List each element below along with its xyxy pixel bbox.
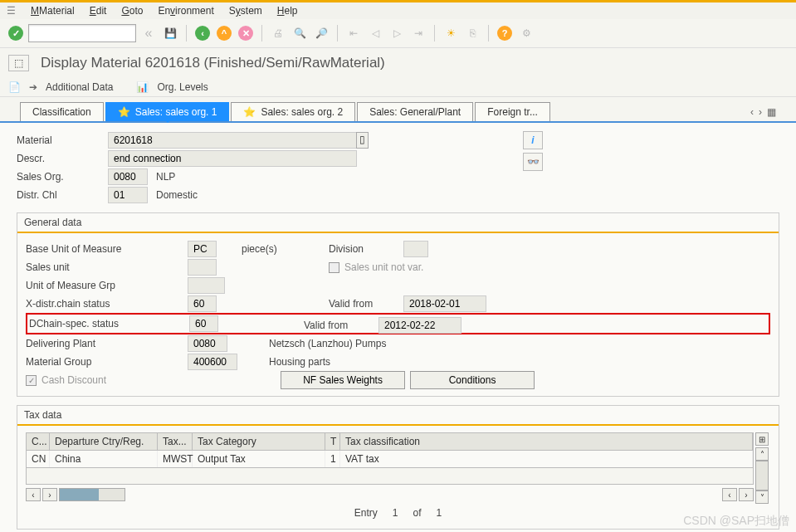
menu-bar: ☰ MMaterial Edit Goto Environment System… — [0, 0, 796, 19]
prev-page-icon[interactable]: ◁ — [366, 24, 384, 42]
distrchl-field[interactable] — [108, 187, 148, 203]
enter-button[interactable]: ✓ — [7, 24, 25, 42]
tax-table-empty-row — [26, 468, 754, 485]
menu-app-icon: ☰ — [7, 5, 16, 17]
find-icon[interactable]: 🔍 — [291, 24, 309, 42]
cancel-button[interactable]: ✕ — [237, 24, 255, 42]
td-tax: MWST — [158, 451, 193, 467]
salesorg-label: Sales Org. — [17, 171, 108, 183]
menu-goto[interactable]: Goto — [121, 5, 143, 17]
menu-system[interactable]: System — [229, 5, 262, 17]
descr-field[interactable] — [108, 150, 357, 167]
td-taxclass: VAT tax — [340, 451, 753, 467]
cash-discount-checkbox[interactable]: ✓ — [26, 375, 37, 386]
delplant-field[interactable] — [188, 335, 227, 352]
glasses-icon[interactable]: 👓 — [523, 153, 543, 171]
th-t: T — [325, 433, 340, 450]
new-session-icon[interactable]: ☀ — [442, 24, 460, 42]
entry-of: of — [413, 507, 422, 519]
conditions-button[interactable]: Conditions — [410, 371, 535, 389]
valid1-field[interactable] — [403, 295, 486, 312]
buom-field[interactable] — [188, 241, 217, 257]
save-icon[interactable]: 💾 — [161, 24, 179, 42]
app-toolbar: 📄 ➔ Additional Data 📊 Org. Levels — [0, 78, 796, 97]
descr-label: Descr. — [17, 153, 108, 164]
delplant-text: Netzsch (Lanzhou) Pumps — [269, 338, 386, 349]
suv-checkbox[interactable] — [329, 262, 339, 273]
valid1-label: Valid from — [329, 298, 403, 310]
entry-label: Entry — [354, 507, 378, 519]
tab-next-icon[interactable]: › — [759, 106, 762, 118]
general-data-title: General data — [17, 213, 779, 233]
material-label: Material — [17, 134, 108, 146]
find-next-icon[interactable]: 🔎 — [312, 24, 330, 42]
menu-edit[interactable]: Edit — [90, 5, 107, 17]
info-icon[interactable]: i — [523, 131, 543, 149]
vscroll-down-icon[interactable]: ˅ — [755, 491, 769, 504]
dchain-label: DChain-spec. status — [27, 318, 189, 329]
tab-classification[interactable]: Classification — [20, 102, 104, 121]
hscroll2-left-icon[interactable]: ‹ — [722, 488, 737, 501]
material-f4-icon[interactable]: ▯ — [356, 132, 369, 149]
hscroll-right-icon[interactable]: › — [42, 488, 57, 501]
org-levels-link[interactable]: Org. Levels — [157, 81, 208, 93]
menu-material[interactable]: MMaterial — [31, 5, 75, 17]
back-button[interactable]: ‹ — [193, 24, 212, 42]
vscroll-track[interactable] — [755, 461, 769, 491]
td-t: 1 — [325, 451, 340, 467]
th-depctry: Departure Ctry/Reg. — [50, 433, 158, 450]
last-page-icon[interactable]: ⇥ — [409, 24, 427, 42]
entry-line: Entry 1 of 1 — [26, 504, 770, 522]
orglevels-icon[interactable]: 📊 — [136, 81, 149, 93]
customize-icon[interactable]: ⚙ — [517, 24, 535, 42]
tab-sales-org-2[interactable]: ⭐Sales: sales org. 2 — [231, 102, 355, 121]
matgrp-field[interactable] — [188, 354, 237, 370]
table-config-icon[interactable]: ⊞ — [755, 432, 769, 446]
print-icon[interactable]: 🖨 — [269, 24, 287, 42]
command-field[interactable] — [28, 24, 136, 42]
nf-sales-weights-button[interactable]: NF Sales Weights — [281, 371, 405, 389]
first-page-icon[interactable]: ⇤ — [344, 24, 363, 42]
suv-label: Sales unit not var. — [344, 261, 423, 273]
salesorg-field[interactable] — [108, 168, 148, 185]
td-country: CN — [27, 451, 50, 467]
th-taxclass: Tax classification — [340, 433, 753, 450]
menu-help[interactable]: Help — [277, 5, 298, 17]
entry-v1: 1 — [393, 507, 398, 519]
additional-data-link[interactable]: Additional Data — [46, 81, 113, 93]
salesunit-field[interactable] — [188, 259, 217, 276]
vscroll-up-icon[interactable]: ˄ — [755, 447, 769, 461]
xdistr-field[interactable] — [188, 295, 217, 312]
uomgrp-label: Unit of Measure Grp — [26, 280, 188, 291]
tab-sales-general[interactable]: Sales: General/Plant — [357, 102, 473, 121]
division-field[interactable] — [403, 241, 428, 257]
hscroll-left-icon[interactable]: ‹ — [26, 488, 41, 501]
nav-back-icon[interactable]: « — [139, 24, 158, 42]
tab-foreign-trade[interactable]: Foreign tr... — [475, 102, 550, 121]
dchain-field[interactable] — [189, 315, 218, 332]
tax-data-group: Tax data C... Departure Ctry/Reg. Tax...… — [17, 405, 779, 530]
material-field[interactable] — [108, 132, 357, 149]
hscroll-track[interactable] — [59, 488, 125, 501]
cash-discount-label: Cash Discount — [42, 374, 106, 386]
more-icon[interactable]: 📄 — [8, 81, 21, 93]
tab-prev-icon[interactable]: ‹ — [750, 106, 754, 118]
salesunit-label: Sales unit — [26, 261, 188, 273]
help-icon[interactable]: ? — [496, 24, 514, 42]
tab-sales-org-1[interactable]: ⭐Sales: sales org. 1 — [105, 102, 230, 121]
next-page-icon[interactable]: ▷ — [388, 24, 406, 42]
hscroll2-right-icon[interactable]: › — [739, 488, 754, 501]
valid2-field[interactable] — [378, 317, 461, 334]
exit-button[interactable]: ^ — [215, 24, 233, 42]
valid2-label: Valid from — [304, 320, 378, 331]
shortcut-icon[interactable]: ⎘ — [463, 24, 481, 42]
struct-icon[interactable]: ⬚ — [8, 55, 29, 71]
tax-table-row[interactable]: CN China MWST Output Tax 1 VAT tax — [26, 451, 754, 468]
tab-list-icon[interactable]: ▦ — [767, 106, 776, 118]
uomgrp-field[interactable] — [188, 277, 225, 294]
xdistr-label: X-distr.chain status — [26, 298, 188, 310]
menu-environment[interactable]: Environment — [158, 5, 213, 17]
salesorg-text: NLP — [156, 171, 175, 183]
td-taxcat: Output Tax — [193, 451, 325, 467]
td-depctry: China — [50, 451, 158, 467]
